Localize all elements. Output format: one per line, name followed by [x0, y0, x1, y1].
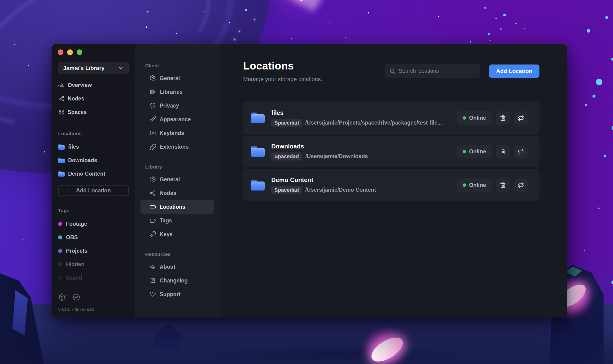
tag-projects[interactable]: Projects: [58, 244, 129, 258]
sidebar-footer: v0.1.0 - dc7a76ab: [58, 293, 94, 312]
locations-list: files Spacedad /Users/jamie/Projects/spa…: [243, 102, 539, 201]
search-locations-input[interactable]: [399, 68, 476, 74]
sidebar-item-label: Spaces: [68, 109, 87, 115]
settings-item-client-general[interactable]: General: [140, 71, 214, 85]
settings-section-client: Client: [145, 63, 214, 68]
settings-item-label: Appearance: [160, 116, 191, 123]
settings-item-about[interactable]: About: [140, 260, 214, 274]
rescan-location-button[interactable]: [514, 145, 528, 158]
status-badge: Online: [457, 111, 492, 125]
settings-section-library: Library: [145, 164, 214, 170]
sidebar-add-location-button[interactable]: Add Location: [58, 185, 129, 196]
tag-color-dot: [58, 222, 62, 226]
page-title: Locations: [243, 60, 322, 72]
sync-arrows-icon: [518, 182, 524, 188]
settings-gear-icon[interactable]: [58, 293, 66, 301]
sidebar-item-overview[interactable]: Overview: [58, 78, 129, 92]
delete-location-button[interactable]: [496, 145, 510, 158]
settings-item-keybinds[interactable]: Keybinds: [140, 126, 214, 140]
settings-item-keys[interactable]: Keys: [140, 227, 214, 241]
settings-item-label: Nodes: [160, 190, 176, 196]
tag-hidden[interactable]: Hidden: [58, 258, 129, 271]
sidebar-item-nodes[interactable]: Nodes: [58, 92, 129, 105]
settings-item-privacy[interactable]: Privacy: [140, 99, 214, 113]
sidebar-location-files[interactable]: files: [58, 140, 129, 154]
zoom-window-button[interactable]: [77, 49, 82, 55]
sidebar-tags-header: Tags: [58, 208, 129, 213]
node-badge: Spacedad: [271, 153, 302, 160]
location-name: files: [68, 144, 79, 150]
sync-arrows-icon: [518, 148, 524, 155]
location-path: /Users/jamie/Demo Content: [305, 187, 376, 193]
status-label: Online: [469, 182, 486, 188]
tag-footage[interactable]: Footage: [58, 217, 129, 231]
location-name: Demo Content: [271, 176, 457, 184]
location-name: Downloads: [271, 143, 457, 150]
gear-icon: [149, 176, 156, 183]
close-window-button[interactable]: [58, 49, 63, 55]
sidebar-item-spaces[interactable]: Spaces: [58, 105, 129, 119]
minimize-window-button[interactable]: [67, 49, 73, 55]
gear-icon: [149, 75, 156, 81]
sidebar-nav: Overview Nodes Spaces: [58, 78, 129, 119]
tag-color-dot: [58, 276, 62, 280]
settings-item-libraries[interactable]: Libraries: [140, 85, 214, 99]
add-location-button[interactable]: Add Location: [489, 65, 539, 78]
settings-item-label: Keys: [160, 231, 173, 237]
tag-label: Footage: [66, 221, 87, 227]
status-badge: Online: [457, 145, 492, 158]
sidebar-locations-list: files Downloads Demo Content: [58, 140, 129, 181]
sidebar-tags-list: Footage OBS Projects Hidden Saved: [58, 217, 129, 285]
settings-item-extensions[interactable]: Extensions: [140, 140, 214, 154]
spaces-grid-icon: [58, 109, 65, 115]
settings-item-locations[interactable]: Locations: [140, 200, 214, 214]
share-nodes-icon: [149, 190, 156, 196]
settings-item-tags[interactable]: Tags: [140, 214, 214, 227]
app-version: v0.1.0 - dc7a76ab: [58, 307, 94, 312]
search-locations-box: [385, 64, 480, 78]
ufo-icon: [149, 263, 156, 270]
trash-icon: [500, 182, 506, 188]
trash-icon: [500, 115, 506, 121]
status-label: Online: [469, 115, 486, 121]
library-switcher[interactable]: Jamie's Library: [58, 62, 129, 74]
paintbrush-icon: [149, 116, 156, 123]
tag-saved[interactable]: Saved: [58, 271, 129, 285]
page-subtitle: Manage your storage locations.: [243, 76, 322, 82]
tag-obs[interactable]: OBS: [58, 231, 129, 244]
books-icon: [149, 89, 156, 95]
node-badge: Spacedad: [271, 186, 302, 194]
tag-label: OBS: [66, 234, 78, 241]
sidebar-location-downloads[interactable]: Downloads: [58, 154, 129, 167]
tag-color-dot: [58, 262, 62, 266]
search-icon: [389, 68, 395, 74]
chevron-down-icon: [118, 65, 124, 71]
folder-icon: [58, 171, 65, 177]
share-nodes-icon: [58, 95, 65, 102]
delete-location-button[interactable]: [496, 111, 510, 125]
location-path: /Users/jamie/Projects/spacedrive/package…: [305, 120, 442, 126]
delete-location-button[interactable]: [496, 179, 510, 192]
online-dot: [463, 150, 466, 153]
settings-item-changelog[interactable]: Changelog: [140, 274, 214, 287]
sidebar-location-demo-content[interactable]: Demo Content: [58, 167, 129, 181]
location-path: /Users/jamie/Downloads: [305, 153, 368, 159]
folder-icon: [58, 144, 65, 150]
location-name: Downloads: [68, 157, 97, 164]
settings-item-support[interactable]: Support: [140, 287, 214, 301]
settings-item-appearance[interactable]: Appearance: [140, 113, 214, 126]
location-card-demo-content[interactable]: Demo Content Spacedad /Users/jamie/Demo …: [243, 169, 539, 201]
settings-item-library-nodes[interactable]: Nodes: [140, 186, 214, 200]
tag-label: Saved: [66, 275, 82, 281]
check-circle-icon[interactable]: [72, 293, 80, 301]
settings-item-library-general[interactable]: General: [140, 172, 214, 186]
location-card-downloads[interactable]: Downloads Spacedad /Users/jamie/Download…: [243, 136, 539, 167]
location-card-files[interactable]: files Spacedad /Users/jamie/Projects/spa…: [243, 102, 539, 134]
sidebar: Jamie's Library Overview Nodes Space: [52, 44, 135, 317]
settings-item-label: Tags: [160, 218, 172, 224]
rescan-location-button[interactable]: [514, 111, 528, 125]
folder-icon: [251, 146, 265, 157]
keybind-icon: [149, 130, 156, 136]
rescan-location-button[interactable]: [514, 179, 528, 192]
changelog-receipt-icon: [149, 277, 156, 284]
